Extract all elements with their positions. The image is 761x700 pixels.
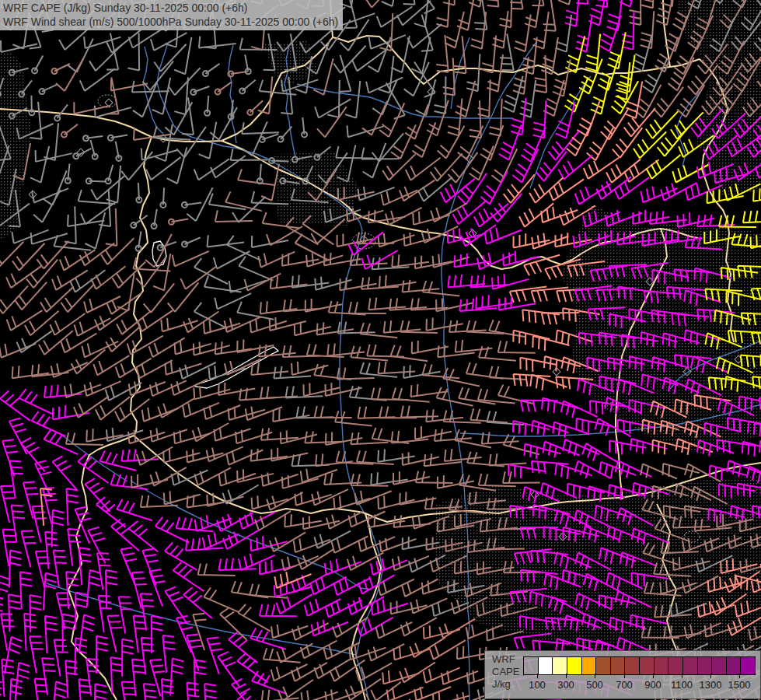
tick-label: 1100	[671, 679, 693, 691]
colorbar-tick	[595, 674, 595, 678]
colorbar-cell	[625, 657, 640, 674]
legend-label: WRF CAPE J/kg	[492, 653, 519, 691]
colorbar-cell	[539, 657, 553, 674]
colorbar-cell	[596, 657, 611, 674]
colorbar-cell	[553, 657, 567, 674]
legend-label-cape: CAPE	[492, 666, 519, 678]
colorbar-tick	[566, 674, 567, 678]
colorbar-cell	[582, 657, 597, 674]
colorbar-cell	[668, 657, 683, 674]
colorbar-cell	[567, 657, 582, 674]
colorbar-cell	[698, 657, 713, 674]
colorbar-tick	[682, 674, 682, 678]
colorbar-tick	[537, 674, 538, 678]
cape-legend: WRF CAPE J/kg 100 300 500 700 900 1100 1…	[484, 650, 761, 699]
weather-map-page: WRF CAPE (J/kg) Sunday 30-11-2025 00:00 …	[0, 0, 761, 700]
legend-label-unit: J/kg	[492, 678, 519, 691]
title-line-shear: WRF Wind shear (m/s) 500/1000hPa Sunday …	[3, 15, 338, 29]
legend-label-wrf: WRF	[492, 653, 519, 666]
colorbar-cell	[727, 657, 742, 674]
colorbar-cell	[683, 657, 698, 674]
tick-label: 300	[557, 679, 574, 691]
title-line-cape: WRF CAPE (J/kg) Sunday 30-11-2025 00:00 …	[3, 1, 338, 15]
colorbar-cell	[640, 657, 655, 674]
weather-map-canvas	[0, 0, 761, 700]
tick-label: 500	[586, 679, 603, 691]
colorbar-cell	[741, 657, 755, 674]
tick-label: 100	[529, 679, 546, 691]
tick-label: 900	[644, 679, 662, 691]
colorbar-cell	[524, 657, 539, 674]
tick-label: 1500	[728, 679, 751, 691]
colorbar-tick	[624, 674, 625, 678]
colorbar-tick	[739, 674, 740, 678]
colorbar-cell	[655, 657, 669, 674]
colorbar-cell	[712, 657, 727, 674]
colorbar-tick	[653, 674, 654, 678]
calm-wind-circle	[0, 91, 1, 96]
colorbar-tick	[710, 674, 711, 678]
map-title: WRF CAPE (J/kg) Sunday 30-11-2025 00:00 …	[0, 0, 343, 30]
tick-label: 1300	[700, 679, 722, 691]
cape-colorbar	[523, 656, 756, 675]
tick-label: 700	[616, 679, 633, 691]
colorbar-cell	[611, 657, 626, 674]
